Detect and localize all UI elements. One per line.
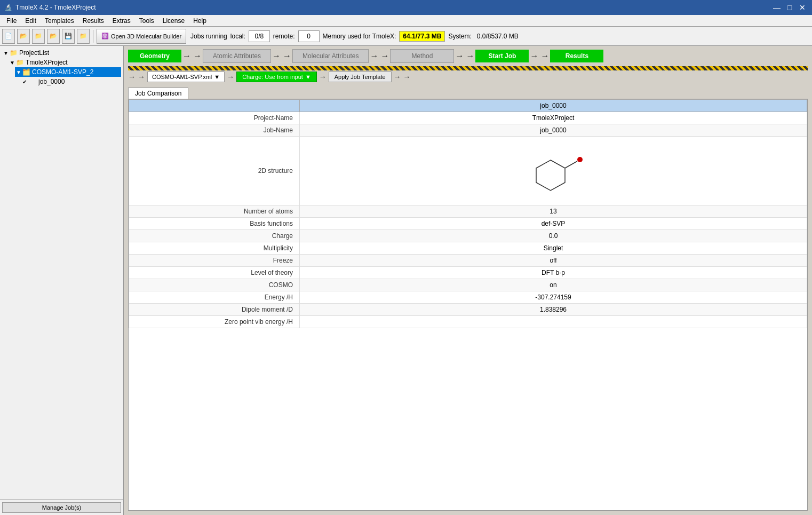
menu-templates[interactable]: Templates (41, 16, 78, 26)
open-folder-button[interactable]: 📁 (77, 29, 90, 44)
geometry-button[interactable]: Geometry (128, 50, 181, 62)
arrow-right4-icon: → (283, 51, 291, 61)
menu-license[interactable]: License (158, 16, 189, 26)
sub-arrow-left-icon: → (128, 73, 136, 81)
open-3d-icon: ⚛️ (101, 33, 109, 39)
folder-icon: 📁 (10, 49, 18, 57)
row-label: Energy /H (129, 291, 300, 304)
tab-bar: Job Comparison (124, 85, 812, 99)
results-button[interactable]: Results (550, 50, 603, 62)
save-button[interactable]: 💾 (62, 29, 75, 44)
table-row: Freezeoff (129, 255, 807, 267)
table-row: Energy /H-307.274159 (129, 291, 807, 304)
maximize-button[interactable]: □ (784, 2, 795, 13)
table-label-header (129, 100, 300, 112)
memory-label: Memory used for TmoleX: (323, 33, 396, 40)
row-label: Number of atoms (129, 205, 300, 218)
new-button[interactable]: 📄 (2, 29, 15, 44)
folder-icon: 📁 (16, 59, 25, 66)
row-value: job_0000 (300, 124, 807, 137)
svg-line-1 (565, 161, 577, 168)
row-value: 1.838296 (300, 304, 807, 316)
minimize-button[interactable]: — (771, 2, 782, 13)
arrow-right10-icon: → (540, 51, 549, 61)
system-label: System: (448, 33, 471, 40)
molecular-attributes-button[interactable]: Molecular Attributes (292, 49, 369, 63)
table-row: Level of theoryDFT b-p (129, 267, 807, 279)
row-value (300, 316, 807, 328)
arrow-right7-icon: → (455, 51, 464, 61)
remote-value-input[interactable] (298, 30, 320, 42)
row-value (300, 137, 807, 205)
arrow-right6-icon: → (380, 51, 389, 61)
table-row: Job-Namejob_0000 (129, 124, 807, 137)
workflow-bar: Geometry → → Atomic Attributes → → Molec… (124, 46, 812, 66)
arrow-right-icon: → (182, 51, 191, 61)
table-row: Project-NameTmoleXProject (129, 112, 807, 124)
menu-tools[interactable]: Tools (135, 16, 158, 26)
toolbar-separator (93, 30, 93, 43)
title-bar-controls: — □ ✕ (771, 2, 808, 13)
arrow-right2-icon: → (193, 51, 202, 61)
table-row: MultiplicitySinglet (129, 242, 807, 255)
svg-point-2 (577, 157, 583, 162)
open-3d-button[interactable]: ⚛️ Open 3D Molecular Builder (97, 29, 186, 44)
manage-jobs-button[interactable]: Manage Job(s) (2, 502, 121, 513)
molecule-svg (521, 144, 585, 197)
toolbar: 📄 📂 📁 📂 💾 📁 ⚛️ Open 3D Molecular Builder… (0, 27, 812, 46)
sidebar-item-project[interactable]: ▼ 📁 TmoleXProject (9, 58, 121, 67)
title-bar: 🔬 TmoleX 4.2 - TmoleXProject — □ ✕ (0, 0, 812, 15)
workflow-step-method: Method (390, 49, 454, 63)
close-button[interactable]: ✕ (797, 2, 808, 13)
cosmo-dropdown-button[interactable]: COSMO-AM1-SVP.xml ▼ (147, 72, 225, 82)
row-value: 13 (300, 205, 807, 218)
workflow-step-atomic: Atomic Attributes (203, 49, 271, 63)
menu-edit[interactable]: Edit (21, 16, 41, 26)
local-value-input[interactable] (249, 30, 270, 42)
charge-label: Charge: Use from input (242, 74, 303, 80)
table-job-header: job_0000 (300, 100, 807, 112)
method-button[interactable]: Method (390, 49, 454, 63)
row-label: Project-Name (129, 112, 300, 124)
row-label: Multiplicity (129, 242, 300, 255)
sidebar-item-projectlist[interactable]: ▼ 📁 ProjectList (2, 48, 121, 58)
table-row: Charge0.0 (129, 230, 807, 242)
svg-marker-0 (536, 160, 565, 191)
folder2-button[interactable]: 📂 (47, 29, 60, 44)
memory-value: 64.1/77.3 MB (399, 31, 445, 42)
tab-job-comparison[interactable]: Job Comparison (128, 88, 188, 99)
row-label: Zero point vib energy /H (129, 316, 300, 328)
main-layout: ▼ 📁 ProjectList ▼ 📁 TmoleXProject ▼ 🗂️ C… (0, 46, 812, 515)
workflow-step-startjob: Start Job (475, 50, 529, 62)
menu-results[interactable]: Results (78, 16, 108, 26)
row-label: Dipole moment /D (129, 304, 300, 316)
charge-dropdown-icon: ▼ (305, 74, 311, 80)
atomic-attributes-button[interactable]: Atomic Attributes (203, 49, 271, 63)
charge-button[interactable]: Charge: Use from input ▼ (236, 72, 317, 82)
system-value: 0.0/8537.0 MB (477, 33, 519, 40)
sub-arrow-left2-icon: → (138, 73, 145, 81)
row-label: Level of theory (129, 267, 300, 279)
row-label: Basis functions (129, 218, 300, 230)
row-value: -307.274159 (300, 291, 807, 304)
row-value: on (300, 279, 807, 291)
menu-extras[interactable]: Extras (108, 16, 135, 26)
folder-button[interactable]: 📁 (32, 29, 45, 44)
remote-label: remote: (273, 33, 295, 40)
title-bar-left: 🔬 TmoleX 4.2 - TmoleXProject (4, 4, 96, 11)
local-label: local: (230, 33, 245, 40)
open-button[interactable]: 📂 (17, 29, 30, 44)
apply-template-button[interactable]: Apply Job Template (329, 72, 392, 82)
start-job-button[interactable]: Start Job (475, 50, 529, 62)
sidebar-item-job[interactable]: ✔ job_0000 (21, 77, 121, 86)
row-value: def-SVP (300, 218, 807, 230)
menu-file[interactable]: File (2, 16, 21, 26)
workflow-step-results: Results (550, 50, 603, 62)
menu-help[interactable]: Help (189, 16, 211, 26)
calc-icon: 🗂️ (22, 68, 31, 76)
sidebar-item-calc[interactable]: ▼ 🗂️ COSMO-AM1-SVP_2 (15, 67, 121, 77)
project-label: TmoleXProject (26, 59, 68, 66)
comparison-table: job_0000 Project-NameTmoleXProjectJob-Na… (129, 99, 807, 328)
workflow-step-molecular: Molecular Attributes (292, 49, 369, 63)
table-row: Number of atoms13 (129, 205, 807, 218)
